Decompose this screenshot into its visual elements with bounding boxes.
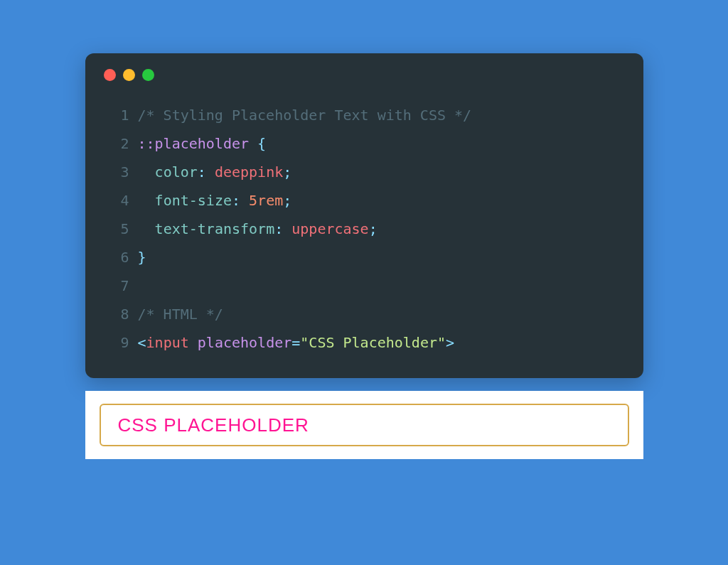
code-comment: /* Styling Placeholder Text with CSS */ bbox=[138, 101, 472, 129]
line-number: 8 bbox=[104, 300, 129, 328]
close-icon[interactable] bbox=[104, 69, 116, 81]
line-number: 3 bbox=[104, 158, 129, 186]
code-line: 8 /* HTML */ bbox=[104, 300, 625, 328]
line-number: 2 bbox=[104, 129, 129, 158]
line-number: 9 bbox=[104, 328, 129, 357]
code-line: 7 bbox=[104, 271, 625, 300]
demo-input[interactable] bbox=[100, 404, 629, 446]
code-attribute-value: CSS Placeholder bbox=[309, 328, 437, 357]
code-value: uppercase bbox=[291, 215, 368, 243]
code-property: text-transform bbox=[155, 215, 275, 243]
window-controls bbox=[104, 69, 625, 81]
minimize-icon[interactable] bbox=[123, 69, 135, 81]
code-value: deeppink bbox=[215, 158, 283, 186]
code-attribute: placeholder bbox=[198, 328, 291, 357]
code-line: 3 color: deeppink; bbox=[104, 158, 625, 186]
code-line: 1 /* Styling Placeholder Text with CSS *… bbox=[104, 101, 625, 129]
code-property: color bbox=[155, 158, 198, 186]
code-line: 4 font-size: 5rem; bbox=[104, 186, 625, 215]
code-selector: ::placeholder bbox=[138, 129, 250, 158]
line-number: 1 bbox=[104, 101, 129, 129]
code-line: 6 } bbox=[104, 243, 625, 271]
output-panel bbox=[85, 391, 643, 459]
code-line: 5 text-transform: uppercase; bbox=[104, 215, 625, 243]
code-block: 1 /* Styling Placeholder Text with CSS *… bbox=[104, 101, 625, 357]
line-number: 7 bbox=[104, 271, 129, 300]
code-property: font-size bbox=[155, 186, 232, 215]
code-value: 5rem bbox=[249, 186, 283, 215]
code-editor-window: 1 /* Styling Placeholder Text with CSS *… bbox=[85, 53, 643, 378]
code-brace: { bbox=[257, 129, 266, 158]
line-number: 5 bbox=[104, 215, 129, 243]
code-brace: } bbox=[138, 243, 146, 271]
maximize-icon[interactable] bbox=[142, 69, 154, 81]
line-number: 6 bbox=[104, 243, 129, 271]
code-comment: /* HTML */ bbox=[138, 300, 223, 328]
code-line: 2 ::placeholder { bbox=[104, 129, 625, 158]
code-tag: input bbox=[146, 328, 189, 357]
line-number: 4 bbox=[104, 186, 129, 215]
code-line: 9 <input placeholder="CSS Placeholder"> bbox=[104, 328, 625, 357]
